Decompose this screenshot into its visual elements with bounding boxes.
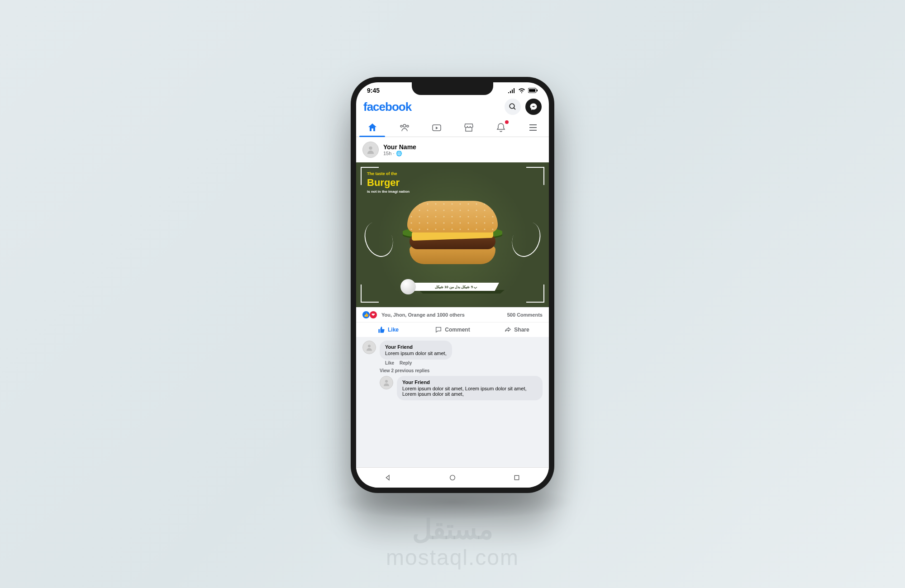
love-reaction-icon: ❤ <box>370 311 377 318</box>
svg-point-4 <box>403 124 406 127</box>
post-image[interactable]: The taste of the Burger is not in the im… <box>356 162 549 307</box>
comment-bubble[interactable]: Your Friend Lorem ipsum dolor sit amet, <box>380 341 452 360</box>
comment-author[interactable]: Your Friend <box>385 344 447 350</box>
comment-button[interactable]: Comment <box>420 322 485 337</box>
nav-recent[interactable] <box>512 473 521 482</box>
status-time: 9:45 <box>367 87 380 94</box>
svg-point-5 <box>400 125 402 127</box>
tab-marketplace[interactable] <box>452 119 485 137</box>
signal-icon <box>508 88 515 93</box>
price-banner: ب 5 شيكل بدل من 10 شيكل <box>400 280 505 294</box>
feed: Your Name 15h · 🌐 The taste of the Burge… <box>356 137 549 467</box>
like-button[interactable]: Like <box>356 322 420 337</box>
status-indicators <box>508 88 538 93</box>
post-actions: Like Comment Share <box>356 322 549 337</box>
tab-friends[interactable] <box>388 119 420 137</box>
author-name[interactable]: Your Name <box>383 143 416 151</box>
search-button[interactable] <box>505 99 521 115</box>
tab-bar <box>356 119 549 137</box>
price-text: ب 5 شيكل بدل من 10 شيكل <box>413 283 499 291</box>
swirl-decoration <box>507 218 545 261</box>
swirl-decoration <box>360 218 398 261</box>
svg-point-3 <box>510 104 514 109</box>
view-previous-replies[interactable]: View 2 previous replies <box>380 368 543 373</box>
svg-point-11 <box>450 475 455 480</box>
comment-body: Lorem ipsum dolor sit amet, <box>385 351 447 356</box>
ad-tagline-2: is not in the imagi nation <box>367 190 410 194</box>
battery-icon <box>528 88 538 93</box>
nav-home[interactable] <box>448 473 457 482</box>
ad-tagline-1: The taste of the <box>367 171 410 176</box>
post-time: 15h · 🌐 <box>383 151 416 156</box>
frame-corner <box>526 167 544 185</box>
svg-rect-12 <box>514 475 519 479</box>
screen: 9:45 facebook <box>356 82 549 488</box>
frame-corner <box>361 285 379 303</box>
tab-notifications[interactable] <box>485 119 517 137</box>
reactions-bar[interactable]: 👍 ❤ You, Jhon, Orange and 1000 others 50… <box>356 307 549 322</box>
svg-point-8 <box>369 147 372 150</box>
burger-image <box>403 201 502 269</box>
app-header: facebook <box>356 96 549 119</box>
ad-title: Burger <box>367 177 410 189</box>
facebook-logo[interactable]: facebook <box>363 100 411 114</box>
comment-like[interactable]: Like <box>385 360 394 365</box>
android-nav-bar <box>356 467 549 488</box>
watermark: مستقل mostaql.com <box>386 513 519 570</box>
svg-point-10 <box>385 380 388 383</box>
frame-corner <box>526 285 544 303</box>
svg-rect-1 <box>529 89 535 92</box>
comment-avatar[interactable] <box>362 341 376 354</box>
notification-badge <box>505 120 509 124</box>
like-reaction-icon: 👍 <box>362 311 370 318</box>
tab-watch[interactable] <box>420 119 452 137</box>
reply: Your Friend Lorem ipsum dolor sit amet, … <box>380 376 543 400</box>
svg-point-6 <box>407 125 409 127</box>
comment: Your Friend Lorem ipsum dolor sit amet, <box>362 341 543 360</box>
comments-count[interactable]: 500 Comments <box>507 312 543 318</box>
comments-section: Your Friend Lorem ipsum dolor sit amet, … <box>356 337 549 467</box>
post-header[interactable]: Your Name 15h · 🌐 <box>356 137 549 162</box>
tab-home[interactable] <box>356 119 388 137</box>
reply-author[interactable]: Your Friend <box>402 379 537 385</box>
share-button[interactable]: Share <box>485 322 549 337</box>
tab-menu[interactable] <box>517 119 549 137</box>
notch <box>412 82 493 95</box>
messenger-button[interactable] <box>525 99 542 115</box>
author-avatar[interactable] <box>362 142 379 158</box>
nav-back[interactable] <box>384 473 393 482</box>
reactions-text[interactable]: You, Jhon, Orange and 1000 others <box>381 312 465 318</box>
reply-body: Lorem ipsum dolor sit amet, Lorem ipsum … <box>402 386 537 397</box>
phone-frame: 9:45 facebook <box>351 77 554 493</box>
svg-point-9 <box>368 345 371 347</box>
reply-bubble[interactable]: Your Friend Lorem ipsum dolor sit amet, … <box>397 376 543 400</box>
svg-rect-2 <box>537 90 538 91</box>
reply-avatar[interactable] <box>380 376 393 389</box>
post: Your Name 15h · 🌐 The taste of the Burge… <box>356 137 549 337</box>
comment-reply[interactable]: Reply <box>400 360 412 365</box>
wifi-icon <box>518 88 525 93</box>
